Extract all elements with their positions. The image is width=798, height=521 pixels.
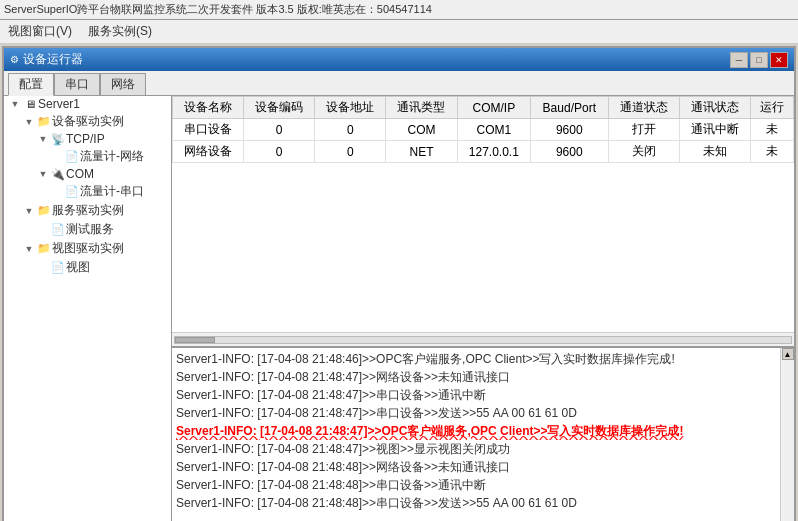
toggle-service-driver[interactable]: ▼ <box>22 204 36 218</box>
log-line: Server1-INFO: [17-04-08 21:48:47]>>视图>>显… <box>176 440 776 458</box>
cell-r1-c4: 127.0.0.1 <box>457 141 531 163</box>
th-baudport: Baud/Port <box>531 97 608 119</box>
table-row[interactable]: 网络设备00NET127.0.0.19600关闭未知未 <box>173 141 794 163</box>
cell-r0-c6: 打开 <box>608 119 679 141</box>
th-comm-type: 通讯类型 <box>386 97 457 119</box>
log-line: Server1-INFO: [17-04-08 21:48:48]>>串口设备>… <box>176 494 776 512</box>
tree-node-root[interactable]: ▼ 🖥 Server1 <box>4 96 171 112</box>
cell-r0-c3: COM <box>386 119 457 141</box>
icon-service-driver: 📁 <box>36 204 52 218</box>
tree-node-com[interactable]: ▼ 🔌 COM <box>4 166 171 182</box>
label-flow-serial: 流量计-串口 <box>80 183 144 200</box>
maximize-button[interactable]: □ <box>750 52 768 68</box>
icon-view-driver: 📁 <box>36 242 52 256</box>
log-content: Server1-INFO: [17-04-08 21:48:46]>>OPC客户… <box>172 348 780 521</box>
label-tcpip: TCP/IP <box>66 132 105 146</box>
log-line: Server1-INFO: [17-04-08 21:48:46]>>OPC客户… <box>176 350 776 368</box>
th-comm-status: 通讯状态 <box>679 97 750 119</box>
label-com: COM <box>66 167 94 181</box>
window-title-left: ⚙ 设备运行器 <box>10 51 83 68</box>
toggle-view-driver[interactable]: ▼ <box>22 242 36 256</box>
icon-device-driver: 📁 <box>36 115 52 129</box>
cell-r1-c7: 未知 <box>679 141 750 163</box>
tree-node-flow-net[interactable]: 📄 流量计-网络 <box>4 147 171 166</box>
icon-root: 🖥 <box>22 97 38 111</box>
minimize-button[interactable]: ─ <box>730 52 748 68</box>
label-device-driver: 设备驱动实例 <box>52 113 124 130</box>
menu-service[interactable]: 服务实例(S) <box>84 22 156 41</box>
th-channel-status: 通道状态 <box>608 97 679 119</box>
table-row[interactable]: 串口设备00COMCOM19600打开通讯中断未 <box>173 119 794 141</box>
log-line: Server1-INFO: [17-04-08 21:48:47]>>串口设备>… <box>176 386 776 404</box>
toggle-root[interactable]: ▼ <box>8 97 22 111</box>
app-title: ServerSuperIO跨平台物联网监控系统二次开发套件 版本3.5 版权:唯… <box>4 3 432 15</box>
cell-r1-c2: 0 <box>315 141 386 163</box>
th-running: 运行 <box>750 97 793 119</box>
label-view: 视图 <box>66 259 90 276</box>
tree-node-service-driver[interactable]: ▼ 📁 服务驱动实例 <box>4 201 171 220</box>
toggle-device-driver[interactable]: ▼ <box>22 115 36 129</box>
tree-node-tcpip[interactable]: ▼ 📡 TCP/IP <box>4 131 171 147</box>
table-header-row: 设备名称 设备编码 设备地址 通讯类型 COM/IP Baud/Port 通道状… <box>173 97 794 119</box>
cell-r0-c7: 通讯中断 <box>679 119 750 141</box>
content-area: ▼ 🖥 Server1 ▼ 📁 设备驱动实例 ▼ 📡 TCP/IP 📄 流量计-… <box>4 96 794 521</box>
menu-view[interactable]: 视图窗口(V) <box>4 22 76 41</box>
label-flow-net: 流量计-网络 <box>80 148 144 165</box>
icon-view: 📄 <box>50 261 66 275</box>
app-title-bar: ServerSuperIO跨平台物联网监控系统二次开发套件 版本3.5 版权:唯… <box>0 0 798 20</box>
cell-r1-c5: 9600 <box>531 141 608 163</box>
close-button[interactable]: ✕ <box>770 52 788 68</box>
window-controls: ─ □ ✕ <box>730 52 788 68</box>
tree-panel: ▼ 🖥 Server1 ▼ 📁 设备驱动实例 ▼ 📡 TCP/IP 📄 流量计-… <box>4 96 172 521</box>
window-title-bar: ⚙ 设备运行器 ─ □ ✕ <box>4 48 794 71</box>
tab-network[interactable]: 网络 <box>100 73 146 95</box>
tab-config[interactable]: 配置 <box>8 73 54 96</box>
label-server1: Server1 <box>38 97 80 111</box>
tree-node-device-driver[interactable]: ▼ 📁 设备驱动实例 <box>4 112 171 131</box>
cell-r1-c0: 网络设备 <box>173 141 244 163</box>
icon-test-service: 📄 <box>50 223 66 237</box>
cell-r1-c6: 关闭 <box>608 141 679 163</box>
log-line: Server1-INFO: [17-04-08 21:48:48]>>串口设备>… <box>176 476 776 494</box>
log-line: Server1-INFO: [17-04-08 21:48:47]>>OPC客户… <box>176 422 776 440</box>
cell-r0-c2: 0 <box>315 119 386 141</box>
log-area-wrapper: Server1-INFO: [17-04-08 21:48:46]>>OPC客户… <box>172 346 794 521</box>
label-view-driver: 视图驱动实例 <box>52 240 124 257</box>
toggle-tcpip[interactable]: ▼ <box>36 132 50 146</box>
cell-r1-c8: 未 <box>750 141 793 163</box>
label-test-service: 测试服务 <box>66 221 114 238</box>
horizontal-scrollbar[interactable] <box>172 332 794 346</box>
icon-flow-net: 📄 <box>64 150 80 164</box>
log-line: Server1-INFO: [17-04-08 21:48:48]>>网络设备>… <box>176 458 776 476</box>
log-line: Server1-INFO: [17-04-08 21:48:47]>>串口设备>… <box>176 404 776 422</box>
toggle-flow-net <box>50 150 64 164</box>
tree-node-view-driver[interactable]: ▼ 📁 视图驱动实例 <box>4 239 171 258</box>
device-table: 设备名称 设备编码 设备地址 通讯类型 COM/IP Baud/Port 通道状… <box>172 96 794 163</box>
th-device-address: 设备地址 <box>315 97 386 119</box>
tree-node-view[interactable]: 📄 视图 <box>4 258 171 277</box>
th-device-name: 设备名称 <box>173 97 244 119</box>
right-panel: 设备名称 设备编码 设备地址 通讯类型 COM/IP Baud/Port 通道状… <box>172 96 794 521</box>
cell-r1-c1: 0 <box>244 141 315 163</box>
toggle-test-service <box>36 223 50 237</box>
tab-serial[interactable]: 串口 <box>54 73 100 95</box>
cell-r0-c5: 9600 <box>531 119 608 141</box>
scroll-up-button[interactable]: ▲ <box>782 348 794 360</box>
icon-tcpip: 📡 <box>50 132 66 146</box>
icon-com: 🔌 <box>50 167 66 181</box>
log-scrollbar[interactable]: ▲ ▼ <box>780 348 794 521</box>
device-table-wrapper: 设备名称 设备编码 设备地址 通讯类型 COM/IP Baud/Port 通道状… <box>172 96 794 332</box>
toggle-view <box>36 261 50 275</box>
window-tabs: 配置 串口 网络 <box>4 71 794 96</box>
app-menu-bar: 视图窗口(V) 服务实例(S) <box>0 20 798 44</box>
tree-node-test-service[interactable]: 📄 测试服务 <box>4 220 171 239</box>
log-line: Server1-INFO: [17-04-08 21:48:47]>>网络设备>… <box>176 368 776 386</box>
tree-node-flow-serial[interactable]: 📄 流量计-串口 <box>4 182 171 201</box>
cell-r0-c4: COM1 <box>457 119 531 141</box>
cell-r1-c3: NET <box>386 141 457 163</box>
label-service-driver: 服务驱动实例 <box>52 202 124 219</box>
toggle-com[interactable]: ▼ <box>36 167 50 181</box>
toggle-flow-serial <box>50 185 64 199</box>
cell-r0-c0: 串口设备 <box>173 119 244 141</box>
window-title: 设备运行器 <box>23 51 83 68</box>
